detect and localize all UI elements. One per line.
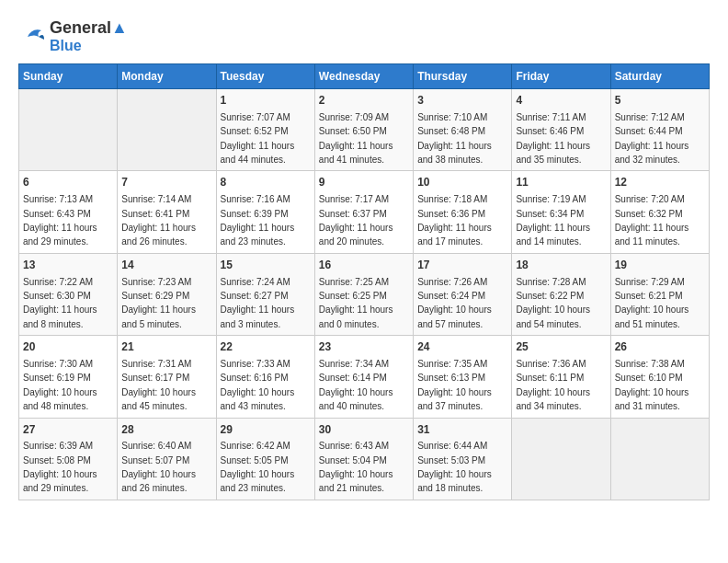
calendar-cell: 22 Sunrise: 7:33 AMSunset: 6:16 PMDaylig… <box>216 336 314 418</box>
day-header-wednesday: Wednesday <box>314 64 413 89</box>
day-number: 14 <box>121 258 211 273</box>
calendar-cell <box>610 418 709 500</box>
day-info: Sunrise: 7:24 AMSunset: 6:27 PMDaylight:… <box>221 277 295 329</box>
day-number: 26 <box>615 339 705 355</box>
day-number: 1 <box>221 93 311 109</box>
day-number: 25 <box>516 339 606 355</box>
day-number: 18 <box>516 258 606 273</box>
calendar-cell: 6 Sunrise: 7:13 AMSunset: 6:43 PMDayligh… <box>19 171 118 253</box>
calendar-cell: 1 Sunrise: 7:07 AMSunset: 6:52 PMDayligh… <box>216 89 314 171</box>
day-header-monday: Monday <box>118 64 216 89</box>
day-info: Sunrise: 7:17 AMSunset: 6:37 PMDaylight:… <box>319 194 393 247</box>
day-header-tuesday: Tuesday <box>216 64 314 89</box>
day-info: Sunrise: 7:31 AMSunset: 6:17 PMDaylight:… <box>121 359 196 411</box>
day-number: 7 <box>121 175 211 190</box>
calendar-cell: 7 Sunrise: 7:14 AMSunset: 6:41 PMDayligh… <box>118 171 216 253</box>
calendar-week-1: 6 Sunrise: 7:13 AMSunset: 6:43 PMDayligh… <box>19 171 710 253</box>
calendar-cell: 2 Sunrise: 7:09 AMSunset: 6:50 PMDayligh… <box>314 89 413 171</box>
day-number: 19 <box>615 258 705 273</box>
day-info: Sunrise: 7:18 AMSunset: 6:36 PMDaylight:… <box>417 194 492 247</box>
day-number: 16 <box>319 258 409 273</box>
day-info: Sunrise: 7:28 AMSunset: 6:22 PMDaylight:… <box>516 277 590 329</box>
calendar-cell: 21 Sunrise: 7:31 AMSunset: 6:17 PMDaylig… <box>118 336 216 418</box>
day-info: Sunrise: 6:39 AMSunset: 5:08 PMDaylight:… <box>23 441 97 493</box>
day-info: Sunrise: 7:29 AMSunset: 6:21 PMDaylight:… <box>615 277 689 329</box>
day-number: 2 <box>319 93 409 109</box>
day-info: Sunrise: 7:11 AMSunset: 6:46 PMDaylight:… <box>516 112 590 165</box>
day-info: Sunrise: 7:26 AMSunset: 6:24 PMDaylight:… <box>417 277 492 329</box>
calendar-cell: 28 Sunrise: 6:40 AMSunset: 5:07 PMDaylig… <box>118 418 216 500</box>
calendar-cell: 3 Sunrise: 7:10 AMSunset: 6:48 PMDayligh… <box>414 89 512 171</box>
day-header-sunday: Sunday <box>19 64 118 89</box>
calendar-cell: 13 Sunrise: 7:22 AMSunset: 6:30 PMDaylig… <box>19 253 118 335</box>
day-info: Sunrise: 6:43 AMSunset: 5:04 PMDaylight:… <box>319 441 393 493</box>
calendar-cell: 11 Sunrise: 7:19 AMSunset: 6:34 PMDaylig… <box>512 171 610 253</box>
logo-icon <box>18 23 46 51</box>
day-number: 11 <box>516 175 606 190</box>
calendar-week-2: 13 Sunrise: 7:22 AMSunset: 6:30 PMDaylig… <box>19 253 710 335</box>
day-number: 23 <box>319 339 409 355</box>
calendar-cell: 25 Sunrise: 7:36 AMSunset: 6:11 PMDaylig… <box>512 336 610 418</box>
day-info: Sunrise: 7:22 AMSunset: 6:30 PMDaylight:… <box>23 277 97 329</box>
day-info: Sunrise: 7:20 AMSunset: 6:32 PMDaylight:… <box>615 194 689 247</box>
day-info: Sunrise: 7:13 AMSunset: 6:43 PMDaylight:… <box>23 194 97 247</box>
calendar-cell <box>118 89 216 171</box>
calendar-cell: 10 Sunrise: 7:18 AMSunset: 6:36 PMDaylig… <box>414 171 512 253</box>
calendar-cell: 31 Sunrise: 6:44 AMSunset: 5:03 PMDaylig… <box>414 418 512 500</box>
calendar-cell: 29 Sunrise: 6:42 AMSunset: 5:05 PMDaylig… <box>216 418 314 500</box>
day-info: Sunrise: 7:23 AMSunset: 6:29 PMDaylight:… <box>121 277 196 329</box>
day-info: Sunrise: 6:40 AMSunset: 5:07 PMDaylight:… <box>121 441 196 493</box>
calendar-week-4: 27 Sunrise: 6:39 AMSunset: 5:08 PMDaylig… <box>19 418 710 500</box>
logo: General▲ Blue <box>18 18 128 54</box>
day-number: 24 <box>417 339 507 355</box>
calendar-week-3: 20 Sunrise: 7:30 AMSunset: 6:19 PMDaylig… <box>19 336 710 418</box>
day-header-saturday: Saturday <box>610 64 709 89</box>
calendar-cell: 24 Sunrise: 7:35 AMSunset: 6:13 PMDaylig… <box>414 336 512 418</box>
day-info: Sunrise: 7:34 AMSunset: 6:14 PMDaylight:… <box>319 359 393 411</box>
calendar-cell: 15 Sunrise: 7:24 AMSunset: 6:27 PMDaylig… <box>216 253 314 335</box>
day-number: 30 <box>319 422 409 438</box>
day-number: 29 <box>221 422 311 438</box>
day-info: Sunrise: 7:16 AMSunset: 6:39 PMDaylight:… <box>221 194 295 247</box>
day-info: Sunrise: 7:38 AMSunset: 6:10 PMDaylight:… <box>615 359 689 411</box>
calendar-week-0: 1 Sunrise: 7:07 AMSunset: 6:52 PMDayligh… <box>19 89 710 171</box>
day-number: 8 <box>221 175 311 190</box>
calendar-cell: 17 Sunrise: 7:26 AMSunset: 6:24 PMDaylig… <box>414 253 512 335</box>
calendar-body: 1 Sunrise: 7:07 AMSunset: 6:52 PMDayligh… <box>19 89 710 500</box>
day-number: 10 <box>417 175 507 190</box>
calendar-cell: 20 Sunrise: 7:30 AMSunset: 6:19 PMDaylig… <box>19 336 118 418</box>
calendar-cell: 14 Sunrise: 7:23 AMSunset: 6:29 PMDaylig… <box>118 253 216 335</box>
day-info: Sunrise: 7:12 AMSunset: 6:44 PMDaylight:… <box>615 112 689 165</box>
day-header-thursday: Thursday <box>414 64 512 89</box>
calendar-cell: 30 Sunrise: 6:43 AMSunset: 5:04 PMDaylig… <box>314 418 413 500</box>
day-number: 20 <box>23 339 113 355</box>
day-number: 21 <box>121 339 211 355</box>
calendar-cell: 19 Sunrise: 7:29 AMSunset: 6:21 PMDaylig… <box>610 253 709 335</box>
calendar-cell: 26 Sunrise: 7:38 AMSunset: 6:10 PMDaylig… <box>610 336 709 418</box>
day-info: Sunrise: 6:42 AMSunset: 5:05 PMDaylight:… <box>221 441 295 493</box>
day-number: 6 <box>23 175 113 190</box>
day-number: 28 <box>121 422 211 438</box>
day-info: Sunrise: 7:36 AMSunset: 6:11 PMDaylight:… <box>516 359 590 411</box>
day-number: 31 <box>417 422 507 438</box>
day-info: Sunrise: 7:14 AMSunset: 6:41 PMDaylight:… <box>121 194 196 247</box>
day-number: 12 <box>615 175 705 190</box>
day-number: 4 <box>516 93 606 109</box>
day-info: Sunrise: 7:19 AMSunset: 6:34 PMDaylight:… <box>516 194 590 247</box>
day-info: Sunrise: 7:30 AMSunset: 6:19 PMDaylight:… <box>23 359 97 411</box>
calendar-cell: 23 Sunrise: 7:34 AMSunset: 6:14 PMDaylig… <box>314 336 413 418</box>
day-number: 5 <box>615 93 705 109</box>
logo-text: General▲ Blue <box>50 18 128 54</box>
calendar-cell: 8 Sunrise: 7:16 AMSunset: 6:39 PMDayligh… <box>216 171 314 253</box>
day-info: Sunrise: 7:07 AMSunset: 6:52 PMDaylight:… <box>221 112 295 165</box>
day-info: Sunrise: 7:25 AMSunset: 6:25 PMDaylight:… <box>319 277 393 329</box>
calendar-cell <box>19 89 118 171</box>
calendar-cell <box>512 418 610 500</box>
calendar-cell: 4 Sunrise: 7:11 AMSunset: 6:46 PMDayligh… <box>512 89 610 171</box>
page-header: General▲ Blue <box>18 18 710 54</box>
day-info: Sunrise: 6:44 AMSunset: 5:03 PMDaylight:… <box>417 441 492 493</box>
day-number: 22 <box>221 339 311 355</box>
day-info: Sunrise: 7:33 AMSunset: 6:16 PMDaylight:… <box>221 359 295 411</box>
calendar-cell: 12 Sunrise: 7:20 AMSunset: 6:32 PMDaylig… <box>610 171 709 253</box>
day-info: Sunrise: 7:35 AMSunset: 6:13 PMDaylight:… <box>417 359 492 411</box>
